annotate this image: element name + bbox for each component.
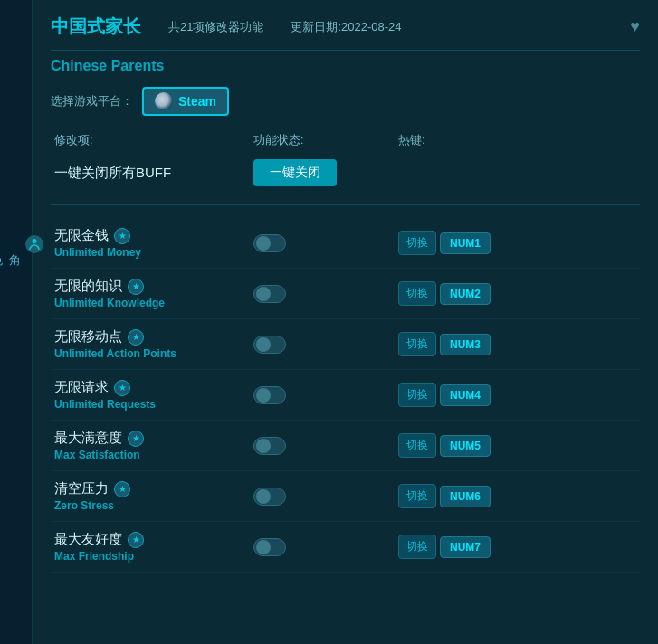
- star-icon[interactable]: ★: [128, 279, 144, 295]
- cheat-item: 无限的知识 ★ Unlimited Knowledge 切换 NUM2: [51, 269, 640, 319]
- col-status-header: 功能状态:: [253, 132, 398, 148]
- one-key-button[interactable]: 一键关闭: [253, 159, 337, 186]
- star-icon[interactable]: ★: [114, 228, 130, 244]
- hotkey-switch-button[interactable]: 切换: [398, 433, 436, 458]
- toggle-area: [253, 234, 398, 252]
- toggle-switch[interactable]: [253, 336, 286, 354]
- cheat-name-en: Max Friendship: [54, 550, 253, 563]
- toggle-knob: [256, 439, 271, 453]
- hotkey-area: 切换 NUM2: [398, 281, 491, 306]
- cheat-item: 清空压力 ★ Zero Stress 切换 NUM6: [51, 471, 640, 522]
- hotkey-key: NUM5: [440, 435, 491, 457]
- col-hotkey-header: 热键:: [398, 132, 425, 148]
- hotkey-switch-button[interactable]: 切换: [398, 332, 436, 356]
- toggle-switch[interactable]: [253, 285, 286, 303]
- hotkey-area: 切换 NUM7: [398, 535, 491, 559]
- divider: [51, 204, 640, 205]
- one-key-name: 一键关闭所有BUFF: [54, 165, 253, 182]
- star-icon[interactable]: ★: [114, 380, 130, 396]
- sidebar: 角 色: [0, 0, 33, 644]
- hotkey-area: 切换 NUM6: [398, 484, 491, 508]
- hotkey-switch-button[interactable]: 切换: [398, 484, 436, 508]
- cheat-name-cn: 最大满意度 ★: [54, 430, 253, 447]
- toggle-area: [253, 386, 398, 404]
- cheat-name-en: Unlimited Requests: [54, 398, 253, 411]
- cheat-name-cn: 无限移动点 ★: [54, 328, 253, 346]
- platform-label: 选择游戏平台：: [51, 93, 133, 109]
- toggle-knob: [256, 287, 271, 301]
- toggle-switch[interactable]: [253, 234, 286, 252]
- hotkey-key: NUM3: [440, 334, 491, 355]
- hotkey-key: NUM2: [440, 283, 491, 305]
- main-container: 角 色 中国式家长 共21项修改器功能 更新日期:2022-08-24 ♥ Ch…: [0, 0, 658, 644]
- cheat-name-en: Zero Stress: [54, 499, 253, 512]
- toggle-area: [253, 336, 398, 354]
- game-title-en: Chinese Parents: [51, 58, 640, 74]
- total-features: 共21项修改器功能: [168, 19, 263, 35]
- one-key-row: 一键关闭所有BUFF 一键关闭: [51, 159, 640, 186]
- platform-row: 选择游戏平台： Steam: [51, 87, 640, 116]
- cheat-name-block: 最大友好度 ★ Max Friendship: [54, 531, 253, 563]
- cheat-list: 无限金钱 ★ Unlimited Money 切换 NUM1 无限的知识 ★: [51, 218, 640, 573]
- cheat-item: 无限移动点 ★ Unlimited Action Points 切换 NUM3: [51, 319, 640, 370]
- cheat-name-cn: 清空压力 ★: [54, 480, 253, 497]
- cheat-item: 最大满意度 ★ Max Satisfaction 切换 NUM5: [51, 421, 640, 471]
- sidebar-char2: 色: [0, 244, 5, 248]
- hotkey-area: 切换 NUM4: [398, 383, 491, 407]
- cheat-name-block: 无限金钱 ★ Unlimited Money: [54, 227, 253, 259]
- steam-logo-icon: [155, 92, 173, 110]
- content-area: 中国式家长 共21项修改器功能 更新日期:2022-08-24 ♥ Chines…: [33, 0, 658, 644]
- cheat-name-block: 最大满意度 ★ Max Satisfaction: [54, 430, 253, 461]
- toggle-switch[interactable]: [253, 437, 286, 455]
- hotkey-switch-button[interactable]: 切换: [398, 535, 436, 559]
- hotkey-area: 切换 NUM3: [398, 332, 491, 356]
- cheat-name-block: 无限请求 ★ Unlimited Requests: [54, 379, 253, 411]
- steam-button[interactable]: Steam: [142, 87, 229, 116]
- star-icon[interactable]: ★: [128, 329, 144, 346]
- star-icon[interactable]: ★: [128, 532, 144, 548]
- cheat-name-cn: 无限的知识 ★: [54, 278, 253, 295]
- columns-header: 修改项: 功能状态: 热键:: [51, 132, 640, 148]
- toggle-switch[interactable]: [253, 386, 286, 404]
- sidebar-char1: 角: [7, 244, 24, 248]
- cheat-item: 无限金钱 ★ Unlimited Money 切换 NUM1: [51, 218, 640, 269]
- toggle-switch[interactable]: [253, 538, 286, 556]
- toggle-area: [253, 488, 398, 506]
- cheat-item: 无限请求 ★ Unlimited Requests 切换 NUM4: [51, 370, 640, 421]
- star-icon[interactable]: ★: [114, 481, 130, 497]
- toggle-knob: [256, 388, 271, 402]
- toggle-area: [253, 538, 398, 556]
- hotkey-area: 切换 NUM5: [398, 433, 491, 458]
- toggle-knob: [256, 337, 271, 352]
- cheat-name-en: Unlimited Money: [54, 246, 253, 259]
- toggle-area: [253, 437, 398, 455]
- cheat-name-en: Unlimited Action Points: [54, 347, 253, 360]
- cheat-item: 最大友好度 ★ Max Friendship 切换 NUM7: [51, 522, 640, 573]
- col-name-header: 修改项:: [54, 132, 253, 148]
- hotkey-key: NUM4: [440, 384, 491, 406]
- steam-label: Steam: [178, 94, 216, 109]
- hotkey-key: NUM7: [440, 536, 491, 558]
- cheat-name-cn: 无限金钱 ★: [54, 227, 253, 244]
- toggle-switch[interactable]: [253, 488, 286, 506]
- cheat-name-block: 无限的知识 ★ Unlimited Knowledge: [54, 278, 253, 309]
- cheat-name-cn: 无限请求 ★: [54, 379, 253, 396]
- cheat-name-en: Max Satisfaction: [54, 449, 253, 461]
- hotkey-switch-button[interactable]: 切换: [398, 383, 436, 407]
- header: 中国式家长 共21项修改器功能 更新日期:2022-08-24 ♥: [51, 14, 640, 51]
- hotkey-switch-button[interactable]: 切换: [398, 281, 436, 306]
- hotkey-key: NUM1: [440, 232, 491, 254]
- hotkey-area: 切换 NUM1: [398, 231, 491, 255]
- toggle-area: [253, 285, 398, 303]
- cheat-name-block: 清空压力 ★ Zero Stress: [54, 480, 253, 512]
- update-date: 更新日期:2022-08-24: [291, 19, 401, 35]
- hotkey-switch-button[interactable]: 切换: [398, 231, 436, 255]
- toggle-knob: [256, 489, 271, 504]
- cheat-name-cn: 最大友好度 ★: [54, 531, 253, 548]
- game-title-cn: 中国式家长: [51, 14, 141, 39]
- cheat-name-en: Unlimited Knowledge: [54, 297, 253, 309]
- favorite-icon[interactable]: ♥: [630, 17, 640, 36]
- toggle-knob: [256, 540, 271, 554]
- star-icon[interactable]: ★: [128, 431, 144, 447]
- hotkey-key: NUM6: [440, 486, 491, 507]
